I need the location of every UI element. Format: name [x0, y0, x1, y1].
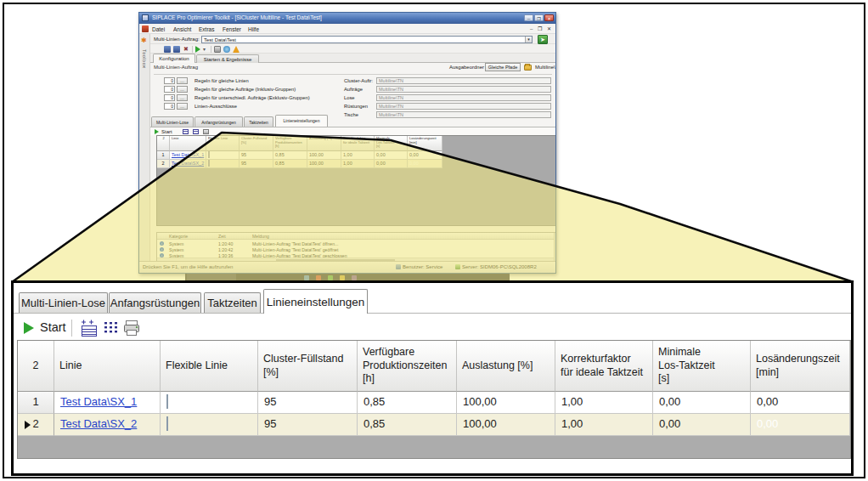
tab-anfangsruestungen[interactable]: Anfangsrüstungen	[109, 292, 201, 313]
value-cell[interactable]: 0,00	[751, 392, 850, 414]
tab-multi-linien-lose[interactable]: Multi-Linien-Lose	[151, 116, 194, 127]
flexible-linie-checkbox[interactable]	[208, 151, 210, 158]
save-icon[interactable]	[164, 46, 171, 53]
line-link[interactable]: Test Data\SX_1	[60, 395, 137, 408]
run-options-dropdown-icon[interactable]: ▾	[203, 46, 210, 53]
rule-browse-button[interactable]: …	[177, 77, 188, 84]
rule-browse-button[interactable]: …	[177, 103, 188, 110]
value-cell[interactable]: 100,00	[307, 160, 341, 168]
taskbar-icon[interactable]	[316, 275, 321, 280]
toolbox-icon[interactable]: ✱	[141, 37, 149, 44]
title-bar[interactable]: SIPLACE Pro Optimierer Toolkit - [SiClus…	[139, 13, 555, 24]
open-order-button[interactable]: ➤	[538, 35, 548, 44]
log-row[interactable]: i System 1:20:42 Multi-Linien-Auftrag 'T…	[157, 246, 554, 252]
row-count-header[interactable]: 2	[18, 341, 54, 392]
selected-cell[interactable]: 0,00	[751, 414, 850, 436]
column-header[interactable]: Verfügbare Produktionszeiten [h]	[273, 136, 307, 151]
tab-multi-linien-lose[interactable]: Multi-Linien-Lose	[19, 292, 108, 313]
log-col-zeit[interactable]: Zeit	[218, 234, 226, 239]
linie-cell[interactable]: Test Data\SX_1	[170, 151, 206, 160]
tab-taktzeiten[interactable]: Taktzeiten	[204, 292, 261, 313]
column-header[interactable]: Flexible Linie	[206, 136, 240, 151]
row-header[interactable]: 1	[157, 151, 170, 160]
log-row[interactable]: i System 1:20:40 Multi-Linien-Auftrag 'T…	[157, 240, 554, 246]
rule-count-field[interactable]: 0	[164, 94, 175, 101]
restore-button[interactable]: ❐	[534, 14, 544, 21]
value-cell[interactable]: 1,00	[341, 151, 375, 160]
flexible-cell[interactable]	[161, 392, 258, 414]
insert-rows-icon[interactable]	[80, 319, 99, 337]
rule-count-field[interactable]: 0	[164, 86, 175, 93]
value-cell[interactable]: 100,00	[307, 151, 341, 160]
value-cell[interactable]: 95	[258, 392, 358, 414]
column-header[interactable]: Linie	[170, 136, 206, 151]
menu-datei[interactable]: Datei	[152, 26, 165, 32]
value-cell[interactable]: 0,00	[653, 414, 751, 436]
column-header-flexible-linie[interactable]: Flexible Linie	[161, 341, 258, 392]
value-cell[interactable]: 0,00	[408, 151, 442, 160]
linie-cell[interactable]: Test Data\SX_2	[170, 160, 206, 168]
taskbar-icon[interactable]	[352, 275, 357, 280]
value-cell[interactable]: 1,00	[555, 414, 653, 436]
tab-taktzeiten[interactable]: Taktzeiten	[244, 116, 273, 127]
rule-browse-button[interactable]: …	[177, 94, 188, 101]
flexible-linie-checkbox[interactable]	[166, 416, 168, 431]
value-cell[interactable]: 95	[258, 414, 358, 436]
log-col-kategorie[interactable]: Kategorie	[169, 234, 188, 239]
menu-fenster[interactable]: Fenster	[223, 26, 241, 32]
row-header[interactable]: 2	[157, 160, 170, 168]
value-cell[interactable]: 0,00	[653, 392, 751, 414]
column-header-verfuegbare-produktionszeiten[interactable]: Verfügbare Produktionszeiten [h]	[358, 341, 457, 392]
rule-browse-button[interactable]: …	[177, 86, 188, 93]
column-header[interactable]: Losänderungszeit [min]	[408, 136, 442, 151]
column-details-icon[interactable]	[193, 129, 199, 134]
path-input[interactable]: Multiline\TN	[376, 103, 551, 110]
start-icon[interactable]	[155, 129, 159, 134]
insert-rows-icon[interactable]	[183, 129, 189, 134]
menu-extras[interactable]: Extras	[199, 26, 214, 32]
tab-linieneinstellungen[interactable]: Linieneinstellungen	[275, 115, 328, 127]
run-icon[interactable]	[195, 46, 200, 53]
folder-icon[interactable]	[524, 65, 532, 71]
column-header-korrekturfaktor[interactable]: Korrekturfaktor für ideale Taktzeit	[555, 341, 653, 392]
value-cell[interactable]: 0,85	[358, 392, 457, 414]
column-header-cluster-fuellstand[interactable]: Cluster-Füllstand [%]	[258, 341, 358, 392]
warning-icon[interactable]	[233, 46, 240, 53]
value-cell[interactable]: 0,85	[358, 414, 457, 436]
row-header[interactable]: 1	[18, 392, 54, 414]
taskbar-icon[interactable]	[340, 275, 345, 280]
value-cell[interactable]: 0,00	[375, 160, 408, 168]
column-header[interactable]: Minimale Los-Taktzeit [s]	[375, 136, 408, 151]
flexible-linie-checkbox[interactable]	[208, 160, 210, 167]
value-cell[interactable]: 100,00	[457, 392, 555, 414]
value-cell[interactable]: 0,85	[273, 151, 307, 160]
minimize-button[interactable]: ─	[524, 14, 533, 21]
taskbar-icon[interactable]	[328, 275, 333, 280]
path-input[interactable]: Multiline\TN	[376, 77, 551, 84]
line-link[interactable]: Test Data\SX_2	[60, 417, 137, 430]
value-cell[interactable]: 1,00	[555, 392, 653, 414]
linie-cell[interactable]: Test Data\SX_2	[54, 414, 161, 436]
value-cell[interactable]: 95	[240, 151, 273, 160]
save-all-icon[interactable]	[173, 46, 180, 53]
menu-ansicht[interactable]: Ansicht	[173, 26, 191, 32]
row-header[interactable]: 2	[18, 414, 54, 436]
sidebar-tab-label[interactable]: Toolbox	[142, 49, 147, 68]
value-cell[interactable]: 0,00	[375, 151, 408, 160]
log-col-meldung[interactable]: Meldung	[252, 234, 269, 239]
column-header[interactable]: Auslastung [%]	[307, 136, 341, 151]
start-button[interactable]: Start	[161, 129, 172, 134]
value-cell[interactable]: 100,00	[457, 414, 555, 436]
gleiche-pfade-button[interactable]: Gleiche Pfade	[485, 63, 521, 71]
row-count-header[interactable]: 2	[157, 136, 170, 151]
linie-cell[interactable]: Test Data\SX_1	[54, 392, 161, 414]
column-details-icon[interactable]	[102, 319, 121, 337]
path-input[interactable]: Multiline\TN	[376, 86, 551, 93]
line-link[interactable]: Test Data\SX_1	[172, 152, 204, 157]
close-button[interactable]: ✕	[544, 14, 554, 21]
column-header-minimale-los-taktzeit[interactable]: Minimale Los-Taktzeit [s]	[653, 341, 751, 392]
tab-konfiguration[interactable]: Konfiguration	[153, 54, 195, 63]
mdi-window-controls[interactable]: – ❐ ✕	[530, 25, 553, 31]
value-cell[interactable]: 1,00	[341, 160, 375, 168]
menu-hilfe[interactable]: Hilfe	[248, 26, 259, 32]
